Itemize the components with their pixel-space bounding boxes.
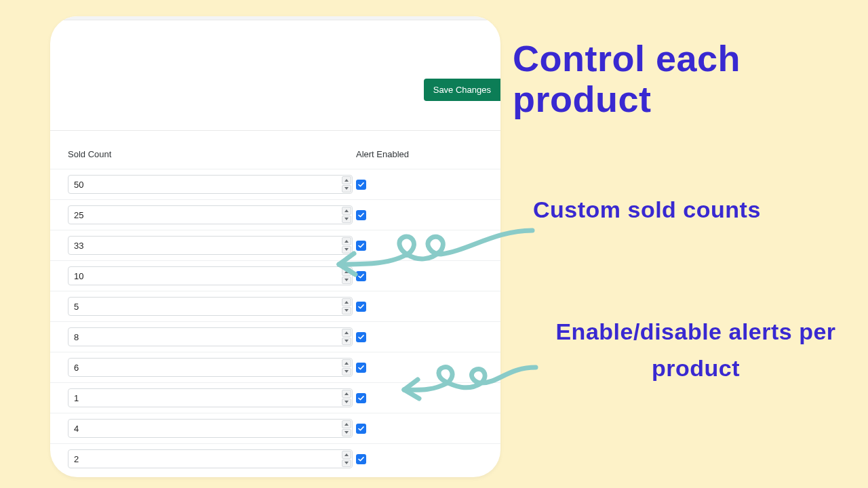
svg-marker-11 bbox=[344, 340, 349, 342]
stepper-up-icon[interactable] bbox=[342, 207, 351, 215]
cell-sold-count bbox=[68, 205, 356, 224]
cell-alert-enabled bbox=[356, 424, 471, 434]
table-row bbox=[50, 230, 500, 260]
svg-marker-17 bbox=[344, 431, 349, 434]
stepper-up-icon[interactable] bbox=[342, 390, 351, 398]
sold-count-input[interactable] bbox=[68, 327, 353, 346]
cell-alert-enabled bbox=[356, 180, 471, 190]
sold-count-input[interactable] bbox=[68, 449, 353, 468]
stepper-down-icon[interactable] bbox=[342, 460, 351, 468]
table-row bbox=[50, 199, 500, 230]
stepper-down-icon[interactable] bbox=[342, 429, 351, 437]
sold-count-input[interactable] bbox=[68, 236, 353, 255]
alert-enabled-checkbox[interactable] bbox=[356, 271, 366, 281]
cell-alert-enabled bbox=[356, 210, 471, 220]
annotation-title: Control each product bbox=[513, 38, 852, 120]
annotation-alerts: Enable/disable alerts per product bbox=[533, 313, 859, 387]
alert-enabled-checkbox[interactable] bbox=[356, 302, 366, 312]
svg-marker-4 bbox=[344, 240, 349, 243]
svg-marker-18 bbox=[344, 453, 349, 456]
cell-sold-count bbox=[68, 297, 356, 316]
sold-count-input[interactable] bbox=[68, 205, 353, 224]
table-row bbox=[50, 443, 500, 474]
stepper-down-icon[interactable] bbox=[342, 185, 351, 193]
svg-marker-15 bbox=[344, 401, 349, 403]
table-row bbox=[50, 260, 500, 291]
cell-alert-enabled bbox=[356, 241, 471, 251]
sold-count-input[interactable] bbox=[68, 266, 353, 285]
settings-panel: Save Changes Sold Count Alert Enabled bbox=[50, 16, 500, 477]
cell-sold-count bbox=[68, 388, 356, 407]
alert-enabled-checkbox[interactable] bbox=[356, 424, 366, 434]
stepper-down-icon[interactable] bbox=[342, 399, 351, 407]
stepper-down-icon[interactable] bbox=[342, 307, 351, 315]
cell-sold-count bbox=[68, 266, 356, 285]
stepper-up-icon[interactable] bbox=[342, 420, 351, 428]
svg-marker-16 bbox=[344, 423, 349, 426]
alert-enabled-checkbox[interactable] bbox=[356, 393, 366, 403]
panel-top-strip bbox=[50, 16, 500, 20]
stepper-up-icon[interactable] bbox=[342, 451, 351, 459]
svg-marker-7 bbox=[344, 279, 349, 281]
svg-marker-14 bbox=[344, 392, 349, 395]
cell-alert-enabled bbox=[356, 332, 471, 342]
svg-marker-9 bbox=[344, 309, 349, 312]
stepper-up-icon[interactable] bbox=[342, 359, 351, 367]
svg-marker-5 bbox=[344, 248, 349, 251]
alert-enabled-checkbox[interactable] bbox=[356, 241, 366, 251]
sold-count-input[interactable] bbox=[68, 175, 353, 194]
svg-marker-2 bbox=[344, 209, 349, 212]
svg-marker-13 bbox=[344, 370, 349, 373]
header-alert-enabled: Alert Enabled bbox=[356, 149, 471, 159]
svg-marker-6 bbox=[344, 270, 349, 273]
svg-marker-10 bbox=[344, 331, 349, 334]
cell-sold-count bbox=[68, 327, 356, 346]
annotation-custom-counts: Custom sold counts bbox=[533, 197, 859, 223]
alert-enabled-checkbox[interactable] bbox=[356, 210, 366, 220]
table-row bbox=[50, 352, 500, 382]
stepper-up-icon[interactable] bbox=[342, 298, 351, 306]
stepper-down-icon[interactable] bbox=[342, 216, 351, 224]
svg-marker-1 bbox=[344, 187, 349, 190]
cell-alert-enabled bbox=[356, 454, 471, 464]
table-header-row: Sold Count Alert Enabled bbox=[50, 149, 500, 169]
table-row bbox=[50, 169, 500, 199]
table-row bbox=[50, 321, 500, 352]
svg-marker-19 bbox=[344, 462, 349, 464]
table-row bbox=[50, 382, 500, 413]
stepper-down-icon[interactable] bbox=[342, 338, 351, 346]
header-sold-count: Sold Count bbox=[68, 149, 356, 159]
divider bbox=[50, 130, 500, 131]
stepper-up-icon[interactable] bbox=[342, 176, 351, 184]
cell-alert-enabled bbox=[356, 363, 471, 373]
stepper-up-icon[interactable] bbox=[342, 268, 351, 276]
product-table: Sold Count Alert Enabled bbox=[50, 149, 500, 477]
cell-alert-enabled bbox=[356, 271, 471, 281]
alert-enabled-checkbox[interactable] bbox=[356, 332, 366, 342]
save-changes-button[interactable]: Save Changes bbox=[424, 79, 500, 101]
cell-alert-enabled bbox=[356, 302, 471, 312]
stepper-up-icon[interactable] bbox=[342, 329, 351, 337]
cell-sold-count bbox=[68, 175, 356, 194]
sold-count-input[interactable] bbox=[68, 388, 353, 407]
svg-marker-3 bbox=[344, 218, 349, 220]
svg-marker-0 bbox=[344, 179, 349, 182]
stepper-down-icon[interactable] bbox=[342, 246, 351, 254]
alert-enabled-checkbox[interactable] bbox=[356, 454, 366, 464]
stepper-down-icon[interactable] bbox=[342, 368, 351, 376]
alert-enabled-checkbox[interactable] bbox=[356, 363, 366, 373]
sold-count-input[interactable] bbox=[68, 297, 353, 316]
stepper-down-icon[interactable] bbox=[342, 277, 351, 285]
cell-sold-count bbox=[68, 449, 356, 468]
sold-count-input[interactable] bbox=[68, 358, 353, 377]
svg-marker-8 bbox=[344, 301, 349, 304]
cell-sold-count bbox=[68, 358, 356, 377]
table-row bbox=[50, 291, 500, 321]
table-row bbox=[50, 413, 500, 443]
sold-count-input[interactable] bbox=[68, 419, 353, 438]
alert-enabled-checkbox[interactable] bbox=[356, 180, 366, 190]
stepper-up-icon[interactable] bbox=[342, 237, 351, 245]
cell-alert-enabled bbox=[356, 393, 471, 403]
cell-sold-count bbox=[68, 236, 356, 255]
cell-sold-count bbox=[68, 419, 356, 438]
